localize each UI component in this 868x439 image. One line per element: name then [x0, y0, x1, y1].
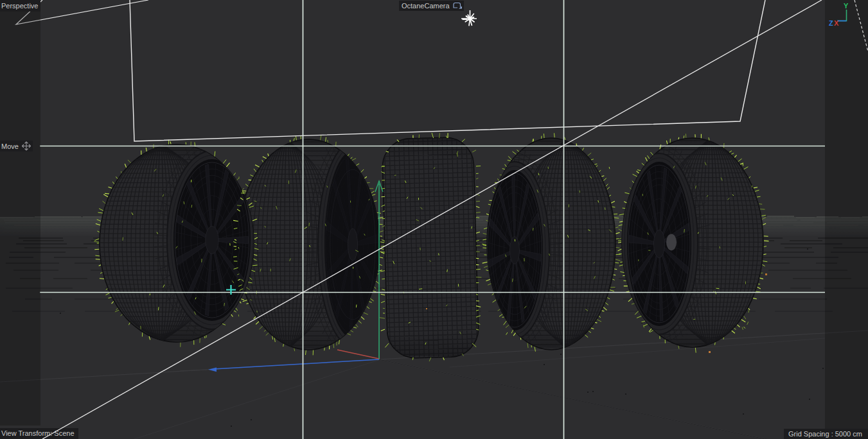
svg-text:Move: Move [1, 142, 19, 150]
svg-text:Grid Spacing : 5000 cm: Grid Spacing : 5000 cm [788, 430, 862, 438]
svg-text:Y: Y [844, 2, 849, 10]
svg-text:Z: Z [829, 19, 833, 27]
svg-text:Perspective: Perspective [1, 2, 38, 10]
svg-text:OctaneCamera: OctaneCamera [402, 2, 450, 10]
svg-text:View Transform: Scene: View Transform: Scene [1, 429, 75, 437]
svg-text:X: X [834, 19, 839, 27]
